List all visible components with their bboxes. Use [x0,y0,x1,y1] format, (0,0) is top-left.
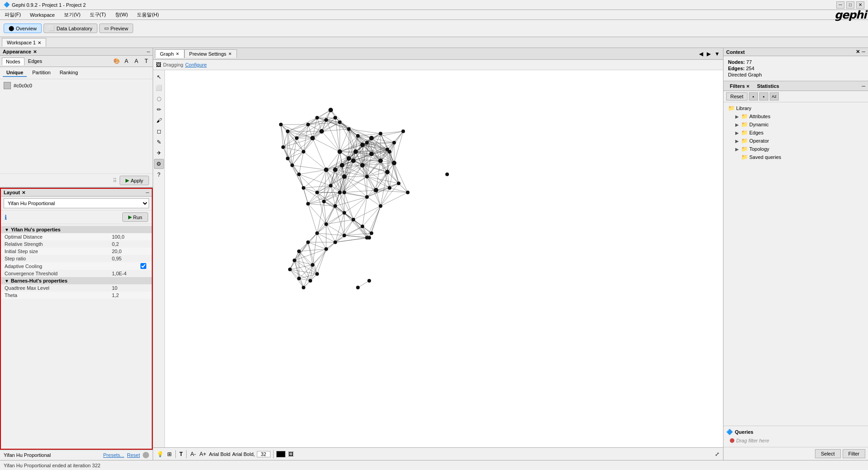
apply-button[interactable]: ▶ Apply [120,176,149,185]
ranking-tab[interactable]: Ranking [56,69,82,77]
filter-button[interactable]: Filter [843,449,865,458]
label-size-icon[interactable]: T [142,57,151,66]
appearance-collapse-icon[interactable]: ─ [147,49,150,54]
workspace-tab-1[interactable]: Workspace 1 ✕ [2,38,46,47]
text-color-swatch[interactable] [276,451,285,457]
menu-help[interactable]: 도움말(H) [134,10,161,19]
reset-link[interactable]: Reset [127,452,140,458]
cursor-tool[interactable]: ↖ [154,72,164,82]
filters-close-icon[interactable]: ✕ [746,84,750,89]
help-tool[interactable]: ? [154,170,164,180]
svg-line-164 [394,131,403,163]
graph-tab-close[interactable]: ✕ [176,52,179,56]
text-color-icon[interactable]: A [122,57,131,66]
expand-icon[interactable]: ⤢ [714,450,720,458]
move-tool[interactable]: ✈ [154,148,164,158]
settings-tool[interactable]: ⚙ [154,159,164,169]
appearance-close-icon[interactable]: ✕ [33,49,37,54]
algorithm-dropdown[interactable]: Yifan Hu Proportional [4,198,149,208]
filters-collapse-icon[interactable]: ─ [862,83,865,89]
svg-line-344 [290,269,304,288]
select-button[interactable]: Select [815,449,841,458]
svg-point-545 [322,200,326,203]
lasso-tool[interactable]: ◌ [154,94,164,104]
workspace-tab-close[interactable]: ✕ [38,40,41,45]
filter-icon-2[interactable]: ▪ [759,92,768,101]
eraser-tool[interactable]: ◻ [154,126,164,136]
close-button[interactable]: ✕ [856,1,864,9]
graph-tab[interactable]: Graph ✕ [155,49,184,58]
context-close-icon[interactable]: ✕ [856,49,860,55]
menu-window[interactable]: 창(W) [112,10,131,19]
unique-tab[interactable]: Unique [3,69,27,77]
theta-value[interactable]: 1,2 [112,293,148,298]
filter-icon-1[interactable]: ▪ [749,92,758,101]
zoom-light-icon[interactable]: 💡 [156,450,164,458]
configure-link[interactable]: Configure [185,62,207,67]
operator-item[interactable]: ▶ 📁 Operator [726,137,865,145]
bt-separator-1 [175,450,176,458]
statistics-tab[interactable]: Statistics [753,82,783,90]
convergence-value[interactable]: 1,0E-4 [112,271,148,276]
nav-next-icon[interactable]: ▶ [705,51,712,57]
filter-az-icon[interactable]: Az [770,92,779,101]
size-icon[interactable]: A [132,57,141,66]
quadtree-value[interactable]: 10 [112,285,148,291]
window-controls[interactable]: ─ □ ✕ [836,1,864,9]
nodes-tab[interactable]: Nodes [2,58,24,65]
filters-tab[interactable]: Filters ✕ [726,82,753,90]
reset-filter-button[interactable]: Reset [726,92,747,101]
font-size-input[interactable] [257,451,270,457]
presets-link[interactable]: Presets... [103,452,124,458]
barnes-hut-section-header[interactable]: ▼ Barnes-Hut's properties [1,277,152,284]
nav-prev-icon[interactable]: ◀ [698,51,704,57]
initial-step-value[interactable]: 20,0 [112,249,148,254]
yifan-hu-section-header[interactable]: ▼ Yifan Hu's properties [1,226,152,233]
color-swatch[interactable] [4,82,11,89]
saved-queries-item[interactable]: 📁 Saved queries [726,153,865,161]
preview-settings-close[interactable]: ✕ [228,52,232,56]
layout-close-icon[interactable]: ✕ [22,190,25,195]
topology-toggle-icon: ▶ [735,147,740,152]
adaptive-cooling-checkbox[interactable] [140,263,146,269]
layout-collapse-icon[interactable]: ─ [146,190,149,195]
topology-item[interactable]: ▶ 📁 Topology [726,145,865,153]
run-button[interactable]: ▶ Run [122,212,148,222]
text-bold-icon[interactable]: T [178,450,183,458]
optimal-distance-value[interactable]: 100,0 [112,234,148,240]
text-tool[interactable]: ✎ [154,137,164,147]
relative-strength-value[interactable]: 0,2 [112,241,148,247]
pencil-tool[interactable]: ✏ [154,105,164,115]
attributes-item[interactable]: ▶ 📁 Attributes [726,112,865,120]
layout-icon[interactable]: ⊞ [166,450,173,458]
menu-view[interactable]: 보기(V) [61,10,83,19]
color-icon[interactable]: 🎨 [112,57,121,66]
partition-tab[interactable]: Partition [29,69,54,77]
paint-tool[interactable]: 🖌 [154,115,164,125]
svg-line-10 [313,138,326,170]
data-laboratory-button[interactable]: ⬜ Data Laboratory [43,24,97,33]
preview-settings-tab[interactable]: Preview Settings ✕ [184,49,237,58]
svg-point-479 [319,129,324,134]
edges-tab[interactable]: Edges [24,58,46,65]
graph-canvas[interactable] [165,70,723,447]
dynamic-item[interactable]: ▶ 📁 Dynamic [726,120,865,129]
edges-filter-item[interactable]: ▶ 📁 Edges [726,129,865,137]
font-decrease-icon[interactable]: A- [189,450,197,458]
font-increase-icon[interactable]: A+ [198,450,207,458]
minimize-button[interactable]: ─ [836,1,844,9]
image-icon[interactable]: 🖼 [287,450,294,458]
info-icon[interactable]: ℹ [5,214,7,221]
menu-tools[interactable]: 도구(T) [87,10,109,19]
context-collapse-icon[interactable]: ─ [862,49,865,55]
preview-button[interactable]: ▭ Preview [99,24,133,33]
overview-button[interactable]: ⬤ Overview [4,24,42,33]
step-ratio-value[interactable]: 0,95 [112,256,148,261]
menu-file[interactable]: 파일(F) [2,10,24,19]
menu-workspace[interactable]: Workspace [27,11,58,19]
select-rect-tool[interactable]: ⬜ [154,83,164,93]
nav-down-icon[interactable]: ▼ [713,51,721,57]
algorithm-dropdown-wrapper[interactable]: Yifan Hu Proportional [4,198,149,208]
maximize-button[interactable]: □ [846,1,854,9]
graph-tool-icon[interactable]: 🖼 [156,62,161,68]
